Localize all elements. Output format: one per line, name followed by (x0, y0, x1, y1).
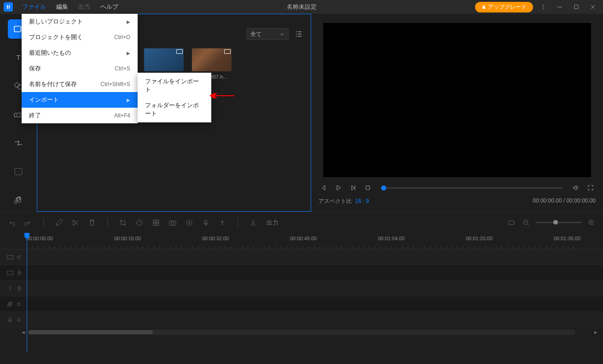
svg-point-4 (543, 8, 544, 9)
sidebar-transitions[interactable] (8, 133, 29, 153)
svg-rect-33 (18, 272, 21, 275)
preview-video[interactable] (323, 23, 591, 177)
preview-seek-bar[interactable] (381, 187, 562, 189)
menu-save-as[interactable]: 名前を付けて保存 Ctrl+Shift+S (22, 76, 138, 92)
svg-rect-20 (157, 220, 159, 222)
chevron-down-icon (280, 32, 284, 36)
next-frame-button[interactable] (348, 183, 358, 193)
mic-icon (7, 317, 13, 323)
split-button[interactable] (70, 218, 81, 228)
svg-point-2 (543, 5, 544, 6)
menu-new-project[interactable]: 新しいプロジェクト ▶ (22, 14, 138, 29)
mosaic-button[interactable] (151, 218, 161, 228)
menu-exit[interactable]: 終了 Alt+F4 (22, 108, 138, 123)
svg-rect-19 (153, 220, 156, 222)
delete-button[interactable] (87, 218, 97, 228)
time-tick: 00:01:20.00 (466, 236, 493, 241)
svg-rect-32 (7, 271, 13, 275)
svg-point-12 (16, 115, 17, 116)
aspect-ratio: アスペクト比 16 : 9 (319, 197, 369, 205)
export-button[interactable] (248, 218, 258, 228)
window-title: 名称未設定 (287, 3, 317, 11)
media-filter-dropdown[interactable]: 全て (246, 28, 289, 40)
menu-export[interactable]: 出力 (74, 1, 95, 13)
sidebar-audio[interactable] (8, 191, 29, 210)
svg-rect-15 (366, 186, 370, 190)
track-video-2[interactable] (0, 249, 603, 265)
lock-icon[interactable] (16, 285, 23, 292)
media-thumb-icon (192, 48, 232, 71)
menu-import[interactable]: インポート ▶ (22, 92, 138, 108)
scroll-right-button[interactable]: ▶ (593, 329, 598, 335)
sidebar-elements[interactable] (8, 162, 29, 181)
menu-file[interactable]: ファイル (17, 1, 51, 13)
volume-button[interactable] (571, 183, 581, 193)
svg-point-13 (20, 115, 21, 116)
svg-rect-7 (14, 26, 21, 32)
voice-button[interactable] (201, 218, 211, 228)
zoom-fit-button[interactable] (506, 218, 516, 228)
volume-icon[interactable] (16, 317, 23, 323)
film-icon (7, 254, 13, 260)
file-dropdown-menu: 新しいプロジェクト ▶ プロジェクトを開く Ctrl+O 最近開いたもの ▶ 保… (22, 14, 138, 123)
svg-rect-36 (9, 318, 11, 321)
close-button[interactable] (586, 0, 599, 13)
aspect-value[interactable]: 16 : 9 (355, 198, 369, 204)
export-label: 出力 (267, 219, 278, 227)
upgrade-button[interactable]: アップグレード (475, 2, 533, 12)
media-filter-label: 全て (250, 30, 261, 38)
svg-point-16 (73, 220, 75, 222)
edit-button[interactable] (54, 218, 64, 228)
speed-button[interactable] (134, 218, 145, 228)
play-button[interactable] (333, 183, 343, 193)
volume-icon[interactable] (16, 254, 23, 260)
volume-icon[interactable] (16, 301, 23, 307)
submenu-import-file[interactable]: ファイルをインポート (138, 74, 211, 98)
list-view-button[interactable] (293, 29, 304, 40)
zoom-slider[interactable] (536, 222, 582, 223)
svg-text:T: T (17, 54, 21, 61)
snapshot-button[interactable] (168, 218, 178, 228)
timeline-toolbar: T 出力 (0, 212, 603, 233)
fullscreen-button[interactable] (586, 183, 596, 193)
playhead[interactable] (27, 233, 27, 352)
menu-edit[interactable]: 編集 (52, 1, 73, 13)
maximize-button[interactable] (570, 0, 583, 13)
track-video-1[interactable] (0, 265, 603, 281)
import-submenu: ファイルをインポート フォルダーをインポート (138, 73, 211, 122)
menu-recent[interactable]: 最近開いたもの ▶ (22, 45, 138, 61)
svg-rect-26 (205, 220, 207, 224)
track-voice[interactable] (0, 312, 603, 328)
scroll-left-button[interactable]: ◀ (20, 329, 26, 335)
timeline: 00:00:00.00 00:00:16.00 00:00:32.00 00:0… (0, 233, 603, 339)
redo-button[interactable] (23, 218, 33, 228)
more-button[interactable] (537, 0, 550, 13)
time-ruler[interactable]: 00:00:00.00 00:00:16.00 00:00:32.00 00:0… (0, 233, 603, 249)
svg-point-3 (543, 6, 544, 7)
svg-text:T: T (220, 220, 224, 226)
menu-save[interactable]: 保存 Ctrl+S (22, 61, 138, 76)
minimize-button[interactable] (553, 0, 566, 13)
preview-time: 00:00:00.00 / 00:00:00.00 (533, 197, 596, 205)
crop-button[interactable] (118, 218, 128, 228)
stop-button[interactable] (363, 183, 373, 193)
time-tick: 00:00:16.00 (114, 236, 141, 241)
undo-button[interactable] (6, 218, 17, 228)
timeline-scrollbar[interactable] (28, 329, 575, 335)
track-audio[interactable] (0, 296, 603, 312)
lock-icon (481, 5, 486, 9)
prev-frame-button[interactable] (319, 183, 329, 193)
zoom-out-button[interactable] (521, 218, 531, 228)
lock-icon[interactable] (16, 270, 23, 276)
preview-panel: アスペクト比 16 : 9 00:00:00.00 / 00:00:00.00 (311, 14, 603, 212)
zoom-in-button[interactable] (586, 218, 597, 228)
time-tick: 00:00:48.00 (290, 236, 317, 241)
track-text[interactable]: T (0, 281, 603, 296)
submenu-import-folder[interactable]: フォルダーをインポート (138, 98, 211, 121)
menu-help[interactable]: ヘルプ (96, 1, 123, 13)
menu-open-project[interactable]: プロジェクトを開く Ctrl+O (22, 29, 138, 45)
svg-rect-31 (7, 255, 13, 259)
text-tool-button[interactable]: T (217, 218, 227, 228)
freeze-button[interactable] (184, 218, 194, 228)
app-logo (4, 2, 13, 12)
